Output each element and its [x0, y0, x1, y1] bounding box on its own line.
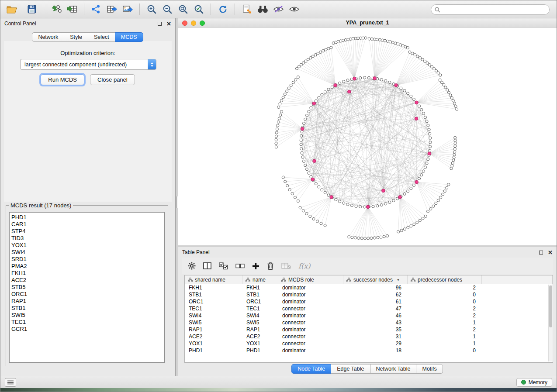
graph-node[interactable] [346, 79, 349, 82]
graph-node[interactable] [410, 95, 412, 97]
graph-node[interactable] [384, 39, 386, 42]
graph-node[interactable] [376, 38, 378, 41]
graph-node[interactable] [440, 81, 443, 84]
graph-node[interactable] [305, 114, 308, 117]
graph-node[interactable] [286, 184, 289, 187]
graph-node[interactable] [275, 138, 277, 141]
show-columns-button[interactable] [203, 262, 211, 269]
graph-node[interactable] [419, 57, 421, 59]
graph-node[interactable] [324, 191, 326, 194]
graph-node[interactable] [380, 203, 383, 206]
graph-node[interactable] [302, 210, 304, 212]
search-box[interactable] [431, 4, 550, 15]
graph-node[interactable] [400, 229, 403, 232]
graph-node[interactable] [420, 174, 423, 176]
graph-node[interactable] [314, 54, 317, 56]
graph-node[interactable] [320, 222, 322, 225]
graph-node[interactable] [363, 237, 366, 240]
graph-node[interactable] [453, 102, 456, 105]
graph-node[interactable] [453, 151, 456, 153]
table-row[interactable]: SWI4SWI4dominator462 [185, 312, 553, 319]
graph-node[interactable] [350, 204, 353, 207]
graph-node[interactable] [411, 52, 414, 55]
deselect-all-button[interactable] [235, 263, 245, 269]
graph-node[interactable] [384, 79, 387, 82]
column-header-name[interactable]: name [242, 275, 278, 284]
graph-node[interactable] [422, 217, 424, 220]
graph-node[interactable] [422, 112, 425, 115]
graph-node[interactable] [284, 93, 286, 96]
graph-node[interactable] [275, 142, 277, 144]
graph-node[interactable] [309, 57, 312, 59]
float-table-panel-icon[interactable] [539, 251, 543, 254]
float-panel-icon[interactable] [158, 22, 162, 26]
graph-node[interactable] [381, 39, 384, 41]
graph-node[interactable] [321, 189, 323, 191]
graph-node[interactable] [288, 189, 291, 191]
graph-node[interactable] [435, 202, 437, 205]
graph-node[interactable] [330, 46, 332, 49]
graph-node[interactable] [297, 76, 299, 79]
graph-node[interactable] [424, 60, 426, 62]
graph-node[interactable] [309, 215, 311, 218]
graph-node[interactable] [437, 72, 439, 74]
graph-node[interactable] [429, 137, 432, 139]
graph-node[interactable] [299, 206, 301, 209]
graph-node[interactable] [388, 81, 391, 84]
graph-node[interactable] [447, 91, 450, 94]
tab-select[interactable]: Select [88, 32, 115, 42]
graph-node[interactable] [453, 156, 455, 159]
graph-node[interactable] [300, 139, 302, 141]
zoom-selected-button[interactable] [191, 2, 207, 16]
graph-node[interactable] [452, 100, 454, 102]
find-button[interactable] [255, 2, 270, 16]
clone-network-button[interactable] [239, 2, 255, 16]
graph-node[interactable] [324, 91, 326, 93]
graph-node[interactable] [363, 206, 366, 208]
graph-node[interactable] [300, 143, 302, 146]
graph-node[interactable] [400, 87, 402, 89]
column-dropdown-icon[interactable]: ▾ [397, 277, 399, 282]
graph-node[interactable] [279, 103, 281, 105]
graph-node[interactable] [277, 120, 280, 123]
graph-node[interactable] [287, 87, 290, 89]
graph-node[interactable] [302, 160, 305, 162]
graph-node[interactable] [343, 202, 345, 204]
column-header-shared-name[interactable]: shared name [185, 275, 242, 284]
tab-style[interactable]: Style [64, 32, 88, 42]
graph-node[interactable] [284, 180, 287, 183]
graph-node[interactable] [403, 193, 406, 195]
graph-hub-node[interactable] [394, 84, 398, 87]
graph-node[interactable] [454, 136, 457, 139]
graph-node[interactable] [367, 237, 370, 240]
mcds-result-item[interactable]: YOX1 [11, 242, 164, 249]
graph-node[interactable] [416, 55, 419, 58]
graph-node[interactable] [384, 203, 387, 205]
graph-node[interactable] [383, 235, 385, 238]
graph-node[interactable] [439, 196, 442, 199]
graph-node[interactable] [433, 68, 436, 70]
graph-node[interactable] [412, 184, 415, 186]
mcds-result-item[interactable]: STP4 [11, 228, 164, 235]
graph-node[interactable] [424, 166, 426, 168]
graph-node[interactable] [429, 132, 431, 135]
graph-node[interactable] [389, 41, 391, 43]
graph-node[interactable] [427, 124, 429, 127]
graph-node[interactable] [370, 38, 373, 40]
hide-selected-button[interactable] [270, 2, 286, 16]
graph-node[interactable] [453, 153, 456, 156]
graph-node[interactable] [335, 198, 337, 201]
graph-hub-node[interactable] [382, 189, 385, 193]
graph-node[interactable] [373, 237, 376, 239]
zoom-out-button[interactable] [159, 2, 175, 16]
graph-node[interactable] [308, 110, 310, 113]
graph-hub-node[interactable] [312, 102, 316, 105]
graph-node[interactable] [419, 219, 421, 222]
graph-node[interactable] [321, 93, 323, 96]
graph-hub-node[interactable] [330, 196, 333, 199]
graph-node[interactable] [327, 88, 330, 91]
graph-node[interactable] [410, 225, 412, 227]
graph-node[interactable] [454, 139, 457, 142]
table-row[interactable]: YOX1YOX1connector291 [185, 340, 553, 347]
graph-node[interactable] [310, 107, 312, 109]
